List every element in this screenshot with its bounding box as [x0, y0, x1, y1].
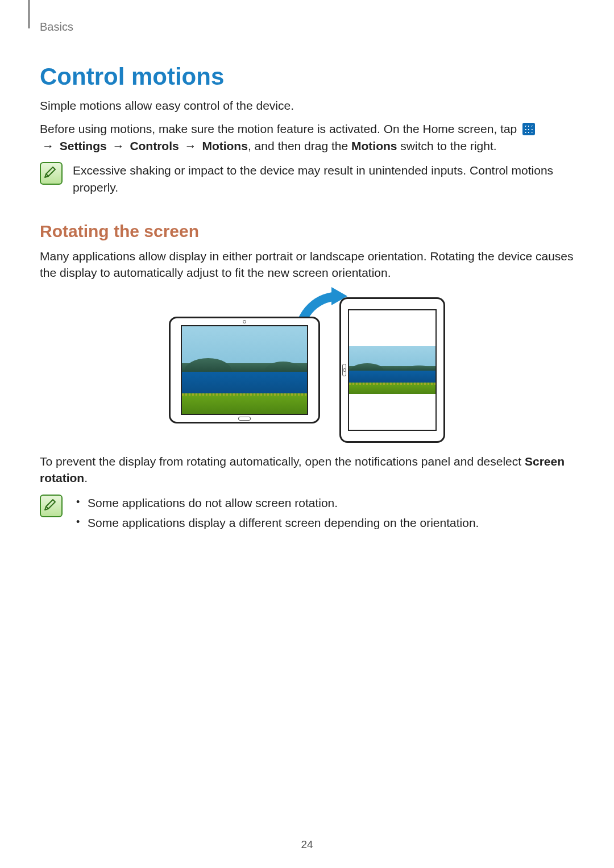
page-number: 24 [0, 838, 614, 851]
sub2-post: . [84, 471, 88, 484]
note1-text: Excessive shaking or impact to the devic… [73, 162, 574, 196]
intro2-pre: Before using motions, make sure the moti… [40, 122, 520, 135]
photo-portrait [349, 346, 435, 394]
note-2: Some applications do not allow screen ro… [40, 495, 574, 535]
section-title: Control motions [40, 63, 574, 90]
camera-dot [243, 320, 246, 323]
subsection-title: Rotating the screen [40, 222, 574, 241]
intro-paragraph-2: Before using motions, make sure the moti… [40, 121, 574, 154]
side-rule [28, 0, 30, 28]
rotation-figure [40, 297, 574, 443]
path-motions-switch: Motions [351, 139, 397, 152]
tablet-landscape [169, 317, 320, 423]
home-button [342, 364, 346, 376]
home-button [238, 417, 251, 421]
path-motions-menu: Motions [202, 139, 247, 152]
photo-landscape [182, 326, 307, 414]
path-controls: Controls [130, 139, 179, 152]
apps-icon [522, 123, 535, 135]
path-tail2: switch to the right. [397, 139, 497, 152]
list-item: Some applications display a different sc… [84, 514, 574, 531]
page: Basics Control motions Simple motions al… [0, 0, 614, 868]
pencil-icon [43, 165, 57, 180]
breadcrumb: Basics [40, 20, 574, 34]
arrow-2: → [110, 139, 127, 152]
note2-list: Some applications do not allow screen ro… [73, 495, 574, 531]
intro-paragraph-1: Simple motions allow easy control of the… [40, 97, 574, 114]
arrow-1: → [40, 139, 56, 152]
tablet-landscape-screen [181, 325, 308, 415]
arrow-3: → [182, 139, 199, 152]
sub-paragraph-1: Many applications allow display in eithe… [40, 248, 574, 281]
path-tail1: , and then drag the [248, 139, 351, 152]
pencil-icon [43, 497, 57, 512]
tablet-portrait-screen [348, 309, 437, 431]
list-item: Some applications do not allow screen ro… [84, 495, 574, 511]
note2-body: Some applications do not allow screen ro… [73, 495, 574, 535]
note-icon [40, 162, 63, 185]
sub-paragraph-2: To prevent the display from rotating aut… [40, 453, 574, 487]
tablet-portrait [339, 297, 445, 443]
note-icon [40, 495, 63, 517]
path-settings: Settings [60, 139, 107, 152]
note-1: Excessive shaking or impact to the devic… [40, 162, 574, 196]
sub2-pre: To prevent the display from rotating aut… [40, 455, 525, 468]
